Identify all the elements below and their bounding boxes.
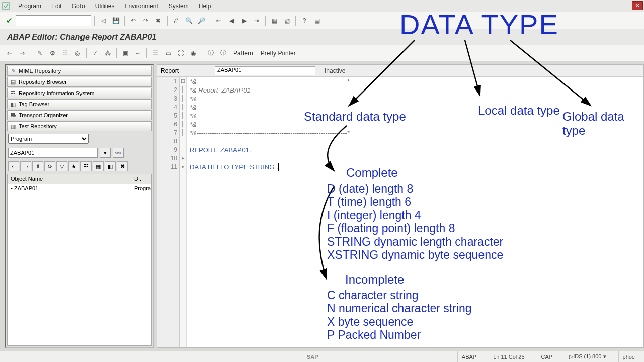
menu-goto[interactable]: Goto xyxy=(67,1,90,12)
test-icon: ▥ xyxy=(10,123,17,130)
main-area: ✎MIME Repository ▤Repository Browser ☲Re… xyxy=(0,61,644,351)
menu-program[interactable]: Program xyxy=(13,1,46,12)
toggle-icon[interactable]: ✎ xyxy=(34,48,45,59)
display-obj-icon[interactable]: ▭ xyxy=(163,48,174,59)
nav-test-repository[interactable]: ▥Test Repository xyxy=(7,121,152,131)
object-type-select[interactable]: Program xyxy=(8,134,89,144)
nav-tag-browser[interactable]: ◧Tag Browser xyxy=(7,99,152,109)
editor-area: Report ZABAP01 Inactive 1234567891011 ⊟│… xyxy=(157,64,644,348)
mt-refresh-icon[interactable]: ⟳ xyxy=(44,161,55,171)
mt-up-icon[interactable]: ⇑ xyxy=(32,161,43,171)
status-position: Ln 11 Col 25 xyxy=(489,351,528,362)
code-lines[interactable]: *&--------------------------------------… xyxy=(187,77,643,347)
mt-fav-icon[interactable]: ★ xyxy=(68,161,79,171)
standard-toolbar: ✔ ◁ 💾 ↶ ↷ ✖ 🖨 🔍 🔎 ⇤ ◀ ▶ ⇥ ▦ ▧ ? ▤ xyxy=(0,12,644,29)
enter-icon[interactable]: ✔ xyxy=(4,16,14,26)
mt-right-icon[interactable]: ⇒ xyxy=(20,161,31,171)
tree-icon: ▤ xyxy=(10,78,17,85)
status-host: phoe xyxy=(618,351,639,362)
menu-utilities[interactable]: Utilities xyxy=(90,1,120,12)
menubar: Program Edit Goto Utilities Environment … xyxy=(0,0,644,12)
code-editor[interactable]: 1234567891011 ⊟││││││▸▸ *&--------------… xyxy=(157,77,643,347)
check-icon[interactable]: ✓ xyxy=(90,48,101,59)
next-page-icon[interactable]: ▶ xyxy=(238,15,250,26)
close-button[interactable]: ✕ xyxy=(632,1,643,10)
nav-mime-repository[interactable]: ✎MIME Repository xyxy=(7,66,152,76)
save-icon[interactable]: 💾 xyxy=(110,15,121,26)
prev-page-icon[interactable]: ◀ xyxy=(226,15,237,26)
fullscreen-icon[interactable]: ⛶ xyxy=(175,48,186,59)
mt-left-icon[interactable]: ⇐ xyxy=(8,161,19,171)
nav-exit-icon[interactable]: ↷ xyxy=(140,15,151,26)
other-obj-icon[interactable]: ☷ xyxy=(59,48,70,59)
first-page-icon[interactable]: ⇤ xyxy=(213,15,224,26)
dropdown-icon[interactable]: ▾ xyxy=(100,148,111,158)
active-icon[interactable]: ⚙ xyxy=(47,48,58,59)
test-icon[interactable]: ▣ xyxy=(120,48,131,59)
help-doc-icon[interactable]: ⓘ xyxy=(205,48,216,59)
last-page-icon[interactable]: ⇥ xyxy=(251,15,262,26)
line-gutter: 1234567891011 xyxy=(157,77,180,347)
report-status: Inactive xyxy=(325,67,345,74)
enhance-icon[interactable]: ◎ xyxy=(72,48,83,59)
layout-icon[interactable]: ▤ xyxy=(311,15,323,26)
find-icon[interactable]: 🔍 xyxy=(183,15,194,26)
help-icon[interactable]: ? xyxy=(299,15,310,26)
report-label: Report xyxy=(160,67,211,74)
app-toolbar: ⇐ ⇒ ✎ ⚙ ☷ ◎ ✓ ⁂ ▣ ↔ ☰ ▭ ⛶ ◉ ⓘ ⓘ Pattern … xyxy=(0,45,644,61)
mt-set-icon[interactable]: ◧ xyxy=(105,161,116,171)
tag-icon: ◧ xyxy=(10,101,17,108)
nav-transport-organizer[interactable]: ⛟Transport Organizer xyxy=(7,110,152,120)
menu-help[interactable]: Help xyxy=(194,1,216,12)
mt-close-icon[interactable]: ✖ xyxy=(117,161,128,171)
print-icon[interactable]: 🖨 xyxy=(171,15,182,26)
status-caps: CAP xyxy=(537,351,557,362)
mt-layout-icon[interactable]: ▦ xyxy=(93,161,104,171)
object-table: Object Name D... • ZABAP01 Progra xyxy=(7,174,152,346)
back-icon[interactable]: ◁ xyxy=(98,15,109,26)
editor-header: Report ZABAP01 Inactive xyxy=(157,65,643,77)
window-title: ABAP Editor: Change Report ZABAP01 xyxy=(0,29,644,45)
app-icon[interactable] xyxy=(2,2,10,10)
col-description[interactable]: D... xyxy=(131,174,151,184)
new-session-icon[interactable]: ▦ xyxy=(269,15,280,26)
nav-mini-toolbar: ⇐ ⇒ ⇑ ⟳ ▽ ★ ☷ ▦ ◧ ✖ xyxy=(6,160,153,173)
nav-back-icon[interactable]: ↶ xyxy=(128,15,139,26)
mt-filter-icon[interactable]: ▽ xyxy=(56,161,67,171)
info-icon: ☲ xyxy=(10,89,17,97)
help-appl-icon[interactable]: ⓘ xyxy=(218,48,229,59)
nav-left-icon[interactable]: ⇐ xyxy=(4,48,15,59)
statusbar: SAP ABAP Ln 11 Col 25 CAP ▷ IDS (1) 800 … xyxy=(0,351,644,362)
report-name-field[interactable]: ZABAP01 xyxy=(215,66,315,75)
nav-repo-info-system[interactable]: ☲Repository Information System xyxy=(7,88,152,98)
col-object-name[interactable]: Object Name xyxy=(8,174,131,184)
navigation-panel: ✎MIME Repository ▤Repository Browser ☲Re… xyxy=(5,64,154,348)
command-field[interactable] xyxy=(16,15,91,26)
pretty-printer-button[interactable]: Pretty Printer xyxy=(258,48,299,58)
where-used-icon[interactable]: ↔ xyxy=(132,48,143,59)
shortcut-icon[interactable]: ▧ xyxy=(281,15,292,26)
menu-environment[interactable]: Environment xyxy=(119,1,163,12)
truck-icon: ⛟ xyxy=(10,112,17,119)
table-row[interactable]: • ZABAP01 Progra xyxy=(8,184,151,192)
find-next-icon[interactable]: 🔎 xyxy=(196,15,207,26)
status-system[interactable]: ▷ IDS (1) 800 ▾ xyxy=(565,351,610,362)
mt-display-icon[interactable]: ☷ xyxy=(80,161,92,171)
activate-icon[interactable]: ⁂ xyxy=(102,48,113,59)
nav-right-icon[interactable]: ⇒ xyxy=(17,48,28,59)
sap-logo: SAP xyxy=(307,354,318,360)
display-list-icon[interactable]: ☰ xyxy=(150,48,161,59)
pattern-button[interactable]: Pattern xyxy=(230,48,256,58)
cancel-icon[interactable]: ✖ xyxy=(153,15,164,26)
doc-icon: ✎ xyxy=(10,67,17,74)
menu-edit[interactable]: Edit xyxy=(46,1,67,12)
object-name-input[interactable] xyxy=(8,148,98,158)
fold-column[interactable]: ⊟││││││▸▸ xyxy=(180,77,187,347)
nav-repository-browser[interactable]: ▤Repository Browser xyxy=(7,77,152,87)
breakpoint-icon[interactable]: ◉ xyxy=(188,48,199,59)
menu-system[interactable]: System xyxy=(164,1,194,12)
display-icon[interactable]: 👓 xyxy=(113,148,124,158)
status-mode: ABAP xyxy=(457,351,480,362)
